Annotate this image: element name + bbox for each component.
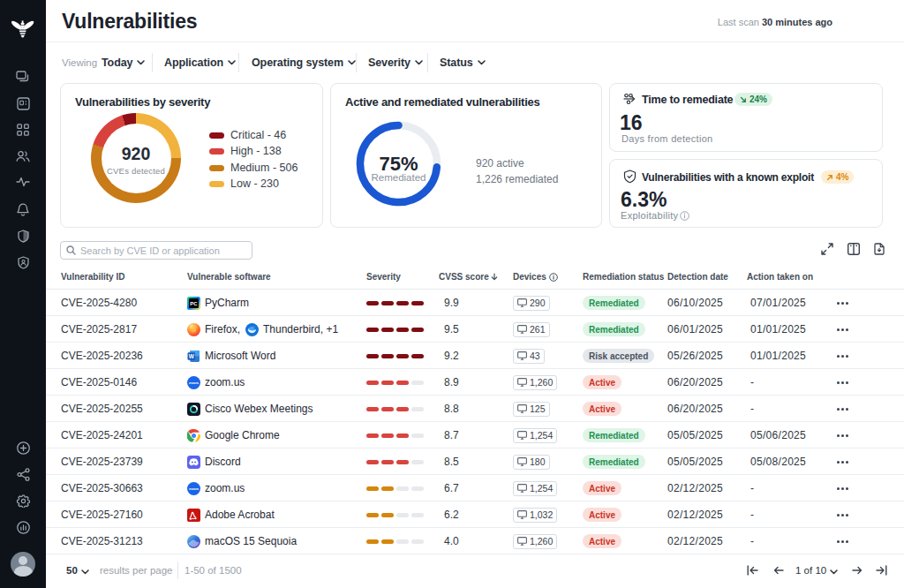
svg-text:PC: PC <box>190 301 198 306</box>
svg-text:W: W <box>189 353 195 359</box>
svg-text:zoom: zoom <box>189 381 199 385</box>
svg-text:zoom: zoom <box>189 486 199 491</box>
